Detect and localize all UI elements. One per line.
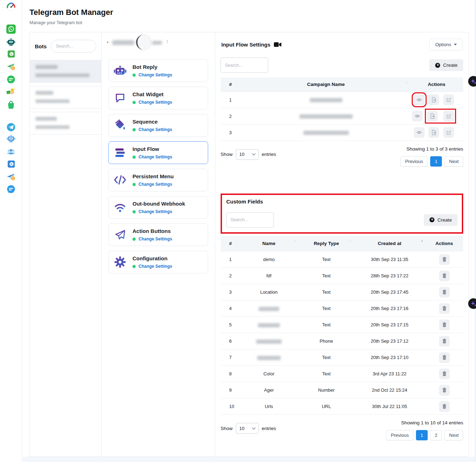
export-button[interactable]: [428, 127, 439, 138]
column-header-created-at[interactable]: Created at↑↓: [354, 236, 425, 251]
sort-icon[interactable]: ↑↓: [349, 239, 351, 243]
delete-button[interactable]: [439, 401, 450, 412]
created-at: 3rd Apr 23 11:22: [354, 366, 425, 382]
delete-button[interactable]: [439, 369, 450, 379]
robot-blue-icon[interactable]: [6, 134, 16, 143]
view-button[interactable]: [414, 94, 424, 105]
column-header-num[interactable]: #: [221, 77, 242, 92]
view-button[interactable]: [414, 127, 424, 138]
column-header-reply-type[interactable]: Reply Type↑↓: [299, 236, 354, 251]
bot-list-item[interactable]: [30, 60, 101, 83]
shopping-bag-icon[interactable]: [6, 100, 16, 109]
change-settings-link[interactable]: Change Settings: [139, 72, 172, 77]
options-button[interactable]: Options: [429, 39, 463, 50]
change-settings-link[interactable]: Change Settings: [139, 182, 172, 187]
delete-button[interactable]: [439, 320, 450, 330]
table-row: 7 Text 20th Sep 23 17:10: [221, 349, 463, 366]
custom-fields-annotation-box: Custom Fields Create: [221, 194, 463, 234]
trash-icon: [442, 273, 447, 278]
team-icon[interactable]: [6, 147, 16, 156]
page-number-button[interactable]: 1: [416, 430, 428, 440]
contacts-green-icon[interactable]: [6, 49, 16, 59]
column-header-name[interactable]: Name↑↓: [239, 236, 299, 251]
bot-subtitle-redacted: [152, 41, 162, 45]
contacts-blue-icon[interactable]: [6, 159, 16, 169]
delete-button[interactable]: [439, 303, 450, 314]
showing-entries-text: Showing 1 to 10 of 14 entries: [401, 420, 463, 425]
page-number-button[interactable]: 1: [430, 156, 442, 167]
menu-card-input-flow[interactable]: Input Flow Change Settings: [108, 141, 208, 164]
delete-button[interactable]: [439, 254, 450, 265]
change-settings-link[interactable]: Change Settings: [139, 127, 172, 132]
menu-card-configuration[interactable]: Configuration Change Settings: [108, 251, 208, 273]
menu-card-persistent-menu[interactable]: Persistent Menu Change Settings: [108, 169, 208, 191]
bot-list-item[interactable]: [30, 112, 101, 135]
page-number-button[interactable]: 2: [430, 430, 442, 440]
column-header-campaign-name[interactable]: Campaign Name ↑↓: [242, 77, 410, 92]
view-button[interactable]: [412, 111, 423, 121]
ai-assistant-bubble[interactable]: [468, 76, 476, 87]
menu-card-action-buttons[interactable]: Action Buttons Change Settings: [108, 223, 208, 246]
input-flow-search-input[interactable]: [221, 58, 268, 73]
trash-icon: [442, 257, 447, 262]
menu-card-chat-widget[interactable]: Chat Widget Change Settings: [108, 87, 208, 109]
edit-button[interactable]: [443, 111, 454, 121]
options-button-label: Options: [435, 42, 451, 47]
create-custom-field-button[interactable]: Create: [424, 214, 458, 226]
edit-button[interactable]: [443, 127, 454, 138]
table-row: 6 Phone 20th Sep 23 17:12: [221, 333, 463, 349]
edit-icon: [446, 130, 451, 135]
row-number: 9: [221, 382, 239, 398]
sort-icon[interactable]: ↑↓: [294, 239, 296, 243]
next-page-button[interactable]: Next: [444, 156, 463, 167]
field-name: fdf: [239, 268, 299, 284]
telegram-icon[interactable]: [6, 123, 16, 132]
sort-icon[interactable]: ↑↓: [405, 80, 407, 84]
whatsapp-icon[interactable]: [6, 25, 16, 34]
delete-button[interactable]: [439, 352, 450, 363]
change-settings-link[interactable]: Change Settings: [139, 237, 172, 241]
export-button[interactable]: [427, 111, 438, 121]
menu-card-bot-reply[interactable]: Bot Reply Change Settings: [108, 59, 208, 82]
chat-blue-icon[interactable]: [6, 185, 16, 194]
change-settings-link[interactable]: Change Settings: [139, 209, 172, 214]
custom-fields-search-input[interactable]: [226, 212, 274, 228]
previous-page-button[interactable]: Previous: [386, 430, 413, 440]
bots-search-input[interactable]: [51, 40, 96, 53]
scrollbar-track[interactable]: [475, 0, 476, 462]
create-flow-button[interactable]: Create: [429, 59, 463, 71]
change-settings-link[interactable]: Change Settings: [139, 154, 172, 159]
export-button[interactable]: [428, 94, 439, 105]
trash-icon: [442, 404, 447, 409]
speedometer-icon[interactable]: [6, 2, 16, 11]
paper-plane-blue-badge-icon[interactable]: 1: [6, 172, 16, 181]
previous-page-button[interactable]: Previous: [400, 156, 428, 167]
page-size-select[interactable]: 10: [236, 423, 259, 434]
ai-assistant-bubble[interactable]: [468, 298, 476, 309]
status-green-dot: [132, 265, 136, 268]
change-settings-link[interactable]: Change Settings: [139, 264, 172, 269]
chat-green-icon[interactable]: [6, 75, 16, 84]
page-size-select[interactable]: 10: [236, 149, 259, 160]
change-settings-link[interactable]: Change Settings: [139, 100, 172, 105]
menu-card-sequence[interactable]: Sequence Change Settings: [108, 114, 208, 137]
video-camera-icon[interactable]: [274, 42, 281, 47]
field-name: Ager: [239, 382, 299, 398]
edit-button[interactable]: [443, 94, 454, 105]
entries-label: entries: [262, 152, 276, 157]
handshake-puzzle-icon[interactable]: [6, 87, 16, 96]
menu-card-title: Action Buttons: [132, 228, 172, 234]
paper-plane-green-badge-icon[interactable]: 1: [6, 62, 16, 71]
delete-button[interactable]: [439, 287, 450, 298]
selected-bot-header: :: [102, 32, 215, 59]
next-page-button[interactable]: Next: [444, 430, 463, 440]
delete-button[interactable]: [439, 385, 450, 396]
sort-icon-active[interactable]: ↑↓: [420, 239, 422, 243]
robot-green-icon[interactable]: [6, 37, 16, 46]
delete-button[interactable]: [439, 271, 450, 281]
trash-icon: [442, 338, 447, 344]
menu-card-outbound-webhook[interactable]: Out-bound Webhook Change Settings: [108, 196, 208, 219]
column-header-num[interactable]: #: [221, 236, 239, 251]
delete-button[interactable]: [439, 336, 450, 347]
bot-list-item[interactable]: [30, 86, 101, 109]
